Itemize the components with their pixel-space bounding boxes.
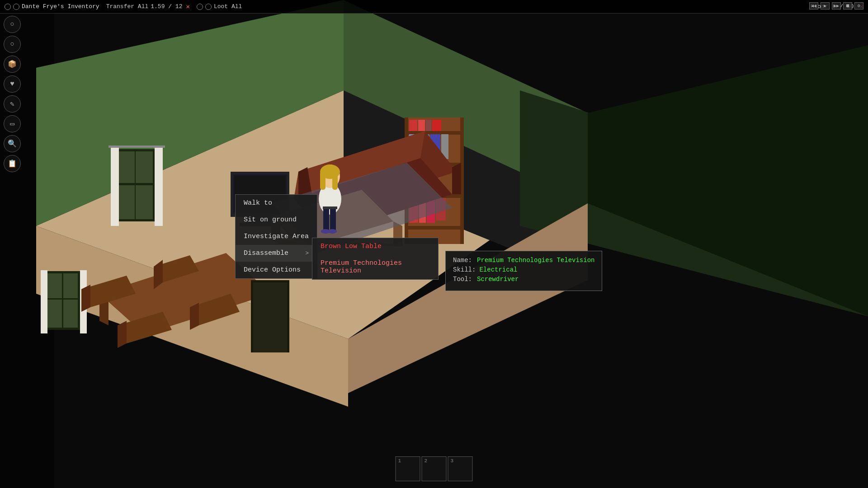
disassemble-item[interactable]: Disassemble > bbox=[236, 245, 317, 262]
svg-marker-71 bbox=[118, 321, 127, 348]
sit-on-ground-label: Sit on ground bbox=[244, 216, 297, 224]
top-bar-left: Dante Frye's Inventory Transfer All 1.59… bbox=[5, 3, 242, 10]
inventory-icon-btn[interactable]: 📦 bbox=[4, 56, 21, 73]
svg-rect-33 bbox=[432, 120, 441, 131]
svg-rect-23 bbox=[41, 270, 47, 333]
inventory-weight: 1.59 / 12 bbox=[151, 3, 182, 10]
svg-rect-22 bbox=[63, 300, 78, 328]
context-menu-main: Walk to Sit on ground Investigate Area D… bbox=[235, 194, 317, 279]
loot-section: Loot All bbox=[197, 3, 242, 10]
loot-all-button[interactable]: Loot All bbox=[214, 3, 242, 10]
premium-tv-item[interactable]: Premium Technologies Television bbox=[312, 255, 438, 279]
top-bar: Dante Frye's Inventory Transfer All 1.59… bbox=[0, 0, 868, 14]
search-icon-btn[interactable]: 🔍 bbox=[4, 135, 21, 152]
svg-marker-51 bbox=[452, 163, 461, 194]
settings-button[interactable]: ⚙ bbox=[854, 2, 863, 9]
svg-rect-81 bbox=[320, 172, 326, 190]
svg-rect-82 bbox=[332, 173, 338, 190]
play-button[interactable]: ▶ bbox=[821, 2, 830, 9]
container-icon-btn[interactable]: ▭ bbox=[4, 115, 21, 132]
left-sidebar: ○ ○ 📦 ♥ ✎ ▭ 🔍 📋 bbox=[4, 16, 21, 172]
heart-icon-btn[interactable]: ♥ bbox=[4, 75, 21, 93]
investigate-area-item[interactable]: Investigate Area bbox=[236, 228, 317, 245]
context-menu: Walk to Sit on ground Investigate Area D… bbox=[235, 194, 317, 279]
tooltip-skill-value: Electrical bbox=[479, 266, 517, 273]
svg-rect-21 bbox=[47, 300, 62, 328]
investigate-area-label: Investigate Area bbox=[244, 233, 309, 240]
svg-rect-31 bbox=[418, 120, 425, 131]
svg-rect-29 bbox=[407, 226, 461, 230]
inventory-title: Dante Frye's Inventory bbox=[22, 3, 99, 10]
inventory-circle-icon bbox=[5, 4, 11, 10]
svg-rect-30 bbox=[409, 120, 417, 131]
walk-to-label: Walk to bbox=[244, 199, 272, 207]
loot-circle-icon bbox=[197, 4, 203, 10]
disassemble-label: Disassemble bbox=[244, 249, 288, 257]
svg-point-78 bbox=[328, 229, 337, 234]
svg-rect-83 bbox=[323, 206, 337, 209]
inventory-circle2-icon bbox=[13, 4, 19, 10]
brown-low-table-label: Brown Low Table bbox=[321, 243, 382, 250]
tooltip-tool-value: Screwdriver bbox=[477, 276, 519, 283]
svg-rect-85 bbox=[253, 282, 287, 352]
svg-rect-20 bbox=[63, 273, 78, 298]
stop-button[interactable]: ⏹ bbox=[843, 2, 852, 9]
svg-marker-67 bbox=[81, 285, 90, 312]
rewind-button[interactable]: ◀◀ bbox=[809, 2, 818, 9]
journal-icon-btn[interactable]: 📋 bbox=[4, 155, 21, 172]
device-options-label: Device Options bbox=[244, 266, 301, 274]
hotbar-slot-3[interactable]: 3 bbox=[448, 456, 473, 481]
svg-rect-26 bbox=[407, 131, 461, 135]
tooltip-tool-label: Tool: bbox=[453, 276, 473, 283]
loot-circle2-icon bbox=[205, 4, 212, 10]
device-options-item[interactable]: Device Options bbox=[236, 262, 317, 278]
svg-rect-13 bbox=[118, 185, 135, 219]
tooltip-skill-row: Skill: Electrical bbox=[453, 266, 594, 273]
svg-rect-15 bbox=[111, 147, 119, 226]
hotbar-number-1: 1 bbox=[398, 458, 401, 464]
disassemble-submenu: Brown Low Table Premium Technologies Tel… bbox=[312, 238, 439, 280]
item-tooltip: Name: Premium Technologies Television Sk… bbox=[445, 251, 602, 291]
inventory-close-button[interactable]: ✕ bbox=[186, 3, 189, 10]
svg-marker-73 bbox=[190, 303, 199, 330]
tooltip-name-row: Name: Premium Technologies Television bbox=[453, 257, 594, 264]
tooltip-tool-row: Tool: Screwdriver bbox=[453, 276, 594, 283]
transfer-all-button[interactable]: Transfer All bbox=[106, 3, 149, 10]
svg-rect-16 bbox=[155, 147, 163, 226]
sit-on-ground-item[interactable]: Sit on ground bbox=[236, 211, 317, 228]
status-icon-btn[interactable]: ○ bbox=[4, 36, 21, 53]
fast-forward-button[interactable]: ▶▶ bbox=[832, 2, 841, 9]
hotbar-number-3: 3 bbox=[451, 458, 454, 464]
tooltip-name-label: Name: bbox=[453, 257, 473, 264]
tooltip-name-value: Premium Technologies Television bbox=[477, 257, 594, 264]
hotbar-number-2: 2 bbox=[425, 458, 428, 464]
health-icon-btn[interactable]: ○ bbox=[4, 16, 21, 33]
svg-rect-11 bbox=[118, 151, 135, 183]
inventory-section: Dante Frye's Inventory bbox=[5, 3, 99, 10]
disassemble-arrow: > bbox=[305, 250, 309, 257]
premium-tv-label: Premium Technologies Television bbox=[321, 259, 402, 275]
svg-rect-76 bbox=[330, 208, 336, 230]
hotbar-slot-1[interactable]: 1 bbox=[396, 456, 420, 481]
skills-icon-btn[interactable]: ✎ bbox=[4, 95, 21, 113]
svg-rect-12 bbox=[136, 151, 153, 183]
top-right-controls: ◀◀ ▶ ▶▶ ⏹ ⚙ bbox=[809, 2, 863, 9]
transfer-section[interactable]: Transfer All 1.59 / 12 ✕ bbox=[106, 3, 190, 10]
svg-rect-75 bbox=[323, 208, 329, 230]
svg-rect-19 bbox=[47, 273, 62, 298]
brown-low-table-item[interactable]: Brown Low Table bbox=[312, 238, 438, 255]
svg-rect-32 bbox=[426, 120, 431, 131]
walk-to-item[interactable]: Walk to bbox=[236, 195, 317, 211]
svg-rect-17 bbox=[108, 145, 165, 148]
tooltip-skill-label: Skill: bbox=[453, 266, 476, 273]
hotbar: 1 2 3 bbox=[396, 456, 473, 481]
svg-rect-14 bbox=[136, 185, 153, 219]
hotbar-slot-2[interactable]: 2 bbox=[422, 456, 447, 481]
